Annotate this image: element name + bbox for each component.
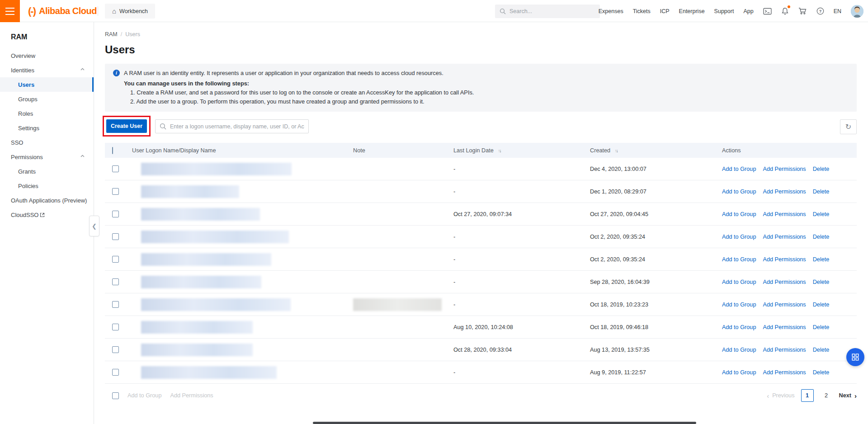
- row-checkbox[interactable]: [112, 301, 119, 308]
- created-date: Aug 9, 2019, 11:22:57: [590, 369, 722, 376]
- row-action-add-to-group[interactable]: Add to Group: [722, 166, 756, 172]
- row-action-add-to-group[interactable]: Add to Group: [722, 211, 756, 217]
- breadcrumb-ram[interactable]: RAM: [105, 31, 118, 38]
- terminal-icon[interactable]: [763, 8, 772, 15]
- nav-app[interactable]: App: [743, 8, 753, 14]
- user-name-cell: [132, 208, 353, 221]
- bulk-add-to-group[interactable]: Add to Group: [127, 392, 161, 399]
- row-checkbox[interactable]: [112, 369, 119, 376]
- table-row: Aug 10, 2020, 10:24:08Oct 18, 2019, 09:4…: [105, 316, 857, 339]
- row-action-add-to-group[interactable]: Add to Group: [722, 369, 756, 376]
- row-checkbox[interactable]: [112, 324, 119, 330]
- row-action-add-to-group[interactable]: Add to Group: [722, 256, 756, 263]
- user-avatar[interactable]: [851, 5, 863, 18]
- nav-tickets[interactable]: Tickets: [633, 8, 651, 14]
- refresh-button[interactable]: ↻: [840, 119, 857, 134]
- user-search-input[interactable]: [170, 123, 304, 130]
- row-checkbox[interactable]: [112, 256, 119, 263]
- bulk-actions: Add to Group Add Permissions: [105, 392, 213, 399]
- row-actions: Add to GroupAdd PermissionsDelete: [722, 347, 857, 353]
- footer-select-all-checkbox[interactable]: [112, 392, 119, 399]
- row-action-delete[interactable]: Delete: [813, 234, 830, 240]
- language-selector[interactable]: EN: [834, 8, 841, 14]
- row-checkbox[interactable]: [112, 233, 119, 240]
- floating-widgets-button[interactable]: [846, 348, 864, 366]
- nav-expenses[interactable]: Expenses: [599, 8, 623, 14]
- row-action-delete[interactable]: Delete: [813, 347, 830, 353]
- row-action-delete[interactable]: Delete: [813, 256, 830, 263]
- row-action-add-to-group[interactable]: Add to Group: [722, 188, 756, 195]
- previous-page-button[interactable]: ‹ Previous: [767, 392, 794, 399]
- row-action-delete[interactable]: Delete: [813, 211, 830, 217]
- help-icon[interactable]: ?: [816, 7, 824, 15]
- row-action-add-to-group[interactable]: Add to Group: [722, 234, 756, 240]
- last-login-date: Oct 27, 2020, 09:07:34: [453, 211, 590, 217]
- table-row: Oct 28, 2020, 09:33:04Aug 13, 2019, 13:5…: [105, 339, 857, 361]
- next-page-button[interactable]: Next ›: [839, 392, 857, 399]
- row-action-add-permissions[interactable]: Add Permissions: [763, 347, 806, 353]
- sort-icon[interactable]: ↑↓: [498, 148, 500, 153]
- bulk-add-permissions[interactable]: Add Permissions: [170, 392, 213, 399]
- sidebar-item-oauth-applications[interactable]: OAuth Applications (Preview): [0, 193, 94, 207]
- sidebar-item-sso[interactable]: SSO: [0, 135, 94, 150]
- row-action-add-permissions[interactable]: Add Permissions: [763, 256, 806, 263]
- row-checkbox[interactable]: [112, 278, 119, 285]
- row-action-delete[interactable]: Delete: [813, 324, 830, 330]
- row-checkbox[interactable]: [112, 346, 119, 353]
- global-search-input[interactable]: [509, 8, 595, 14]
- page-number-2[interactable]: 2: [820, 389, 833, 402]
- select-all-checkbox[interactable]: [112, 147, 113, 154]
- row-action-add-permissions[interactable]: Add Permissions: [763, 369, 806, 376]
- sidebar-item-cloudsso[interactable]: CloudSSO: [0, 207, 94, 222]
- sidebar-item-overview[interactable]: Overview: [0, 48, 94, 63]
- row-action-add-permissions[interactable]: Add Permissions: [763, 188, 806, 195]
- sidebar-item-identities[interactable]: Identities: [0, 63, 94, 77]
- row-action-add-to-group[interactable]: Add to Group: [722, 324, 756, 330]
- row-action-add-to-group[interactable]: Add to Group: [722, 347, 756, 353]
- row-action-add-permissions[interactable]: Add Permissions: [763, 279, 806, 285]
- alibaba-cloud-logo[interactable]: (-) Alibaba Cloud: [28, 0, 97, 22]
- external-link-icon: [40, 212, 45, 217]
- nav-support[interactable]: Support: [714, 8, 734, 14]
- row-action-delete[interactable]: Delete: [813, 302, 830, 308]
- row-actions: Add to GroupAdd PermissionsDelete: [722, 369, 857, 376]
- row-action-add-permissions[interactable]: Add Permissions: [763, 302, 806, 308]
- row-action-add-to-group[interactable]: Add to Group: [722, 302, 756, 308]
- row-action-delete[interactable]: Delete: [813, 166, 830, 172]
- sort-icon[interactable]: ↑↓: [615, 148, 618, 153]
- brand-name: Alibaba Cloud: [39, 6, 97, 16]
- sidebar-item-groups[interactable]: Groups: [0, 92, 94, 106]
- row-action-add-permissions[interactable]: Add Permissions: [763, 166, 806, 172]
- row-action-delete[interactable]: Delete: [813, 188, 830, 195]
- sidebar-item-grants[interactable]: Grants: [0, 164, 94, 179]
- row-action-add-permissions[interactable]: Add Permissions: [763, 211, 806, 217]
- row-actions: Add to GroupAdd PermissionsDelete: [722, 211, 857, 217]
- sidebar-item-users[interactable]: Users: [0, 77, 94, 92]
- row-checkbox[interactable]: [112, 188, 119, 195]
- row-select-cell: [105, 301, 132, 308]
- row-action-add-to-group[interactable]: Add to Group: [722, 279, 756, 285]
- sidebar-item-roles[interactable]: Roles: [0, 106, 94, 121]
- page-number-1[interactable]: 1: [801, 389, 814, 402]
- row-action-delete[interactable]: Delete: [813, 279, 830, 285]
- row-action-add-permissions[interactable]: Add Permissions: [763, 234, 806, 240]
- hamburger-menu-button[interactable]: [0, 0, 20, 22]
- col-header-name: User Logon Name/Display Name: [132, 147, 353, 154]
- notifications-bell-icon[interactable]: [781, 7, 789, 15]
- workbench-button[interactable]: ⌂ Workbench: [105, 4, 155, 19]
- cart-icon[interactable]: [798, 7, 807, 15]
- row-checkbox[interactable]: [112, 211, 119, 217]
- nav-enterprise[interactable]: Enterprise: [679, 8, 705, 14]
- create-user-button[interactable]: Create User: [106, 119, 147, 133]
- sidebar-item-policies[interactable]: Policies: [0, 179, 94, 193]
- row-action-delete[interactable]: Delete: [813, 369, 830, 376]
- row-action-add-permissions[interactable]: Add Permissions: [763, 324, 806, 330]
- horizontal-scrollbar-thumb[interactable]: [313, 422, 696, 424]
- nav-icp[interactable]: ICP: [660, 8, 670, 14]
- col-header-note: Note: [353, 147, 453, 154]
- sidebar-item-permissions[interactable]: Permissions: [0, 150, 94, 164]
- sidebar-item-settings[interactable]: Settings: [0, 121, 94, 135]
- row-actions: Add to GroupAdd PermissionsDelete: [722, 166, 857, 172]
- sidebar-collapse-handle[interactable]: ❮: [89, 216, 99, 236]
- row-checkbox[interactable]: [112, 165, 119, 172]
